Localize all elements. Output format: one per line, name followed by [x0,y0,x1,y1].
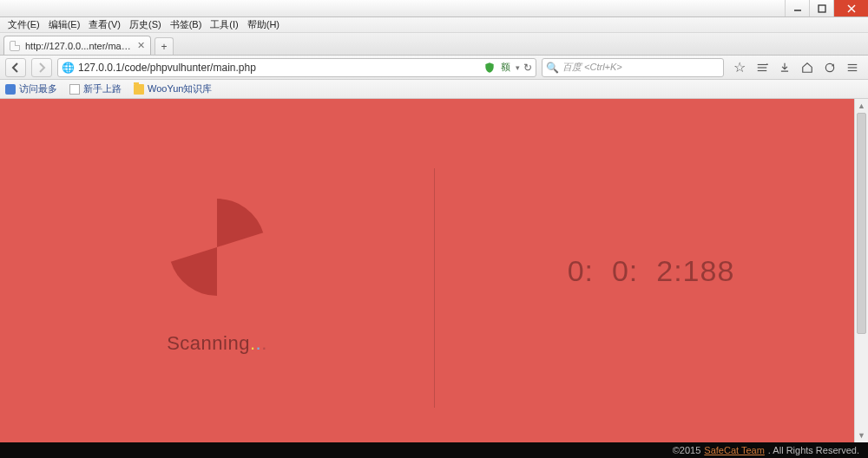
menu-view[interactable]: 查看(V) [84,18,125,31]
page-footer: ©2015 SafeCat Team . All Rights Reserved… [0,442,868,458]
elapsed-timer: 0: 0: 2:188 [568,254,735,288]
footer-rights: . All Rights Reserved. [768,445,859,455]
bookmark-label: 访问最多 [19,82,57,95]
footer-team-link[interactable]: SafeCat Team [704,445,765,455]
scroll-track[interactable] [855,113,868,429]
svg-rect-4 [758,63,767,64]
svg-rect-10 [848,69,858,70]
tab-close-icon[interactable]: ✕ [137,40,145,51]
scroll-thumb[interactable] [857,113,866,334]
most-visited-icon [5,84,16,95]
bookmark-label: 新手上路 [83,82,122,95]
svg-rect-5 [758,67,767,68]
app-menu-icon[interactable] [845,61,859,75]
page-content: Scanning... 0: 0: 2:188 ▲ ▼ [0,99,868,442]
svg-rect-9 [848,67,858,68]
menu-help[interactable]: 帮助(H) [243,18,284,31]
timer-hours: 0 [568,254,585,287]
timer-seconds: 2 [656,254,674,287]
timer-minutes: 0 [612,254,629,287]
url-bar[interactable]: 🌐 127.0.0.1/code/phpvulhunter/main.php 额… [57,58,536,77]
tab-strip: http://127.0.0...nter/main.php ✕ + [0,33,868,56]
search-placeholder: 百度 <Ctrl+K> [562,61,622,74]
folder-icon [134,84,144,95]
browser-menu-bar: 文件(E) 编辑(E) 查看(V) 历史(S) 书签(B) 工具(I) 帮助(H… [0,17,868,33]
timer-ms: 188 [683,254,735,287]
bookmarks-menu-icon[interactable] [755,61,769,75]
document-icon [69,84,80,95]
search-icon: 🔍 [546,62,559,74]
vertical-scrollbar[interactable]: ▲ ▼ [854,99,868,442]
svg-rect-8 [848,63,858,64]
site-identity-icon: 🌐 [62,62,75,74]
scroll-down-icon[interactable]: ▼ [855,429,868,442]
sync-icon[interactable] [823,61,837,75]
bookmark-most-visited[interactable]: 访问最多 [5,82,57,95]
spinner-icon [156,186,278,308]
browser-tab[interactable]: http://127.0.0...nter/main.php ✕ [3,36,151,55]
scanning-text: Scanning [167,332,250,354]
footer-copyright: ©2015 [673,445,701,455]
bookmarks-bar: 访问最多 新手上路 WooYun知识库 [0,80,868,99]
navigation-toolbar: 🌐 127.0.0.1/code/phpvulhunter/main.php 额… [0,56,868,80]
reload-icon[interactable]: ↻ [523,62,532,74]
svg-rect-6 [758,69,767,70]
menu-file[interactable]: 文件(E) [3,18,44,31]
url-text: 127.0.0.1/code/phpvulhunter/main.php [78,62,480,74]
page-favicon-icon [10,41,20,51]
menu-edit[interactable]: 编辑(E) [44,18,85,31]
bookmark-star-icon[interactable]: ☆ [733,61,746,75]
tab-title: http://127.0.0...nter/main.php [25,41,132,51]
menu-history[interactable]: 历史(S) [125,18,166,31]
bookmark-getting-started[interactable]: 新手上路 [69,82,122,95]
scanning-label: Scanning... [167,332,267,355]
scan-panel: Scanning... [0,99,434,442]
menu-tools[interactable]: 工具(I) [206,18,242,31]
bookmark-label: WooYun知识库 [148,82,212,95]
home-icon[interactable] [800,61,814,75]
search-box[interactable]: 🔍 百度 <Ctrl+K> [542,58,724,77]
urlbar-dropdown-icon[interactable]: ▾ [516,63,520,72]
window-maximize-button[interactable] [809,0,833,16]
back-button[interactable] [5,58,26,77]
downloads-icon[interactable] [778,61,792,75]
scroll-up-icon[interactable]: ▲ [855,99,868,113]
bookmark-wooyun[interactable]: WooYun知识库 [134,82,212,95]
shield-icon[interactable] [483,62,496,74]
proxy-badge[interactable]: 额 [499,61,512,74]
forward-button[interactable] [31,58,52,77]
os-titlebar [0,0,868,17]
svg-rect-1 [819,5,825,12]
toolbar-right: ☆ [729,61,863,75]
window-minimize-button[interactable] [785,0,809,16]
menu-bookmarks[interactable]: 书签(B) [166,18,207,31]
new-tab-button[interactable]: + [155,37,174,55]
window-close-button[interactable] [833,0,868,16]
timer-panel: 0: 0: 2:188 [434,99,868,442]
